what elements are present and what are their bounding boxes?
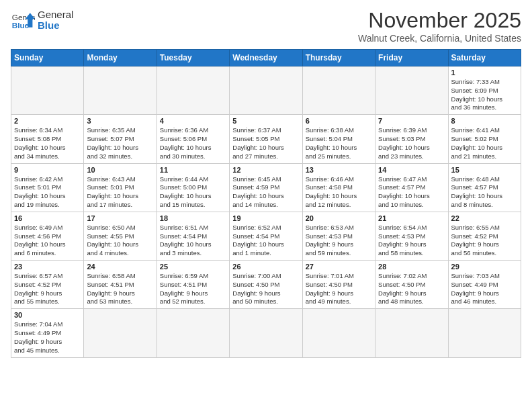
calendar-weekday-monday: Monday [84, 50, 157, 66]
day-number: 7 [378, 117, 445, 125]
calendar-day-cell: 14Sunrise: 6:47 AM Sunset: 4:57 PM Dayli… [375, 163, 448, 212]
calendar-day-cell: 4Sunrise: 6:36 AM Sunset: 5:06 PM Daylig… [157, 115, 229, 163]
day-number: 17 [87, 214, 153, 222]
day-info: Sunrise: 7:33 AM Sunset: 6:09 PM Dayligh… [451, 78, 518, 112]
day-number: 16 [14, 214, 81, 222]
logo-icon: General Blue [11, 8, 35, 32]
calendar-day-cell: 18Sunrise: 6:51 AM Sunset: 4:54 PM Dayli… [157, 212, 229, 260]
day-info: Sunrise: 6:45 AM Sunset: 4:59 PM Dayligh… [232, 175, 299, 210]
day-info: Sunrise: 6:49 AM Sunset: 4:56 PM Dayligh… [14, 224, 81, 258]
day-info: Sunrise: 7:04 AM Sunset: 4:49 PM Dayligh… [14, 320, 81, 355]
calendar-day-cell: 7Sunrise: 6:39 AM Sunset: 5:03 PM Daylig… [375, 115, 448, 163]
day-number: 19 [232, 214, 299, 222]
day-info: Sunrise: 7:00 AM Sunset: 4:50 PM Dayligh… [232, 272, 299, 306]
calendar-day-cell: 24Sunrise: 6:58 AM Sunset: 4:51 PM Dayli… [84, 261, 157, 309]
day-info: Sunrise: 7:02 AM Sunset: 4:50 PM Dayligh… [378, 272, 445, 306]
calendar-week-row: 2Sunrise: 6:34 AM Sunset: 5:08 PM Daylig… [11, 115, 521, 163]
calendar-day-cell: 28Sunrise: 7:02 AM Sunset: 4:50 PM Dayli… [375, 261, 448, 309]
calendar-day-cell: 10Sunrise: 6:43 AM Sunset: 5:01 PM Dayli… [84, 163, 157, 212]
day-number: 23 [14, 263, 81, 271]
day-number: 12 [232, 166, 299, 174]
day-info: Sunrise: 6:35 AM Sunset: 5:07 PM Dayligh… [87, 126, 153, 161]
day-info: Sunrise: 6:50 AM Sunset: 4:55 PM Dayligh… [87, 224, 153, 258]
calendar-day-cell: 11Sunrise: 6:44 AM Sunset: 5:00 PM Dayli… [157, 163, 229, 212]
calendar-day-cell: 8Sunrise: 6:41 AM Sunset: 5:02 PM Daylig… [448, 115, 521, 163]
calendar-day-cell [157, 309, 229, 357]
calendar-day-cell: 23Sunrise: 6:57 AM Sunset: 4:52 PM Dayli… [11, 261, 84, 309]
day-info: Sunrise: 6:41 AM Sunset: 5:02 PM Dayligh… [451, 126, 518, 161]
calendar-day-cell [84, 309, 157, 357]
calendar-weekday-friday: Friday [375, 50, 448, 66]
location-title: Walnut Creek, California, United States [358, 33, 521, 44]
day-number: 30 [14, 311, 81, 319]
header-area: General Blue General Blue November 2025 … [11, 8, 521, 44]
day-info: Sunrise: 6:47 AM Sunset: 4:57 PM Dayligh… [378, 175, 445, 210]
calendar-day-cell: 3Sunrise: 6:35 AM Sunset: 5:07 PM Daylig… [84, 115, 157, 163]
calendar-day-cell: 6Sunrise: 6:38 AM Sunset: 5:04 PM Daylig… [302, 115, 375, 163]
day-info: Sunrise: 6:52 AM Sunset: 4:54 PM Dayligh… [232, 224, 299, 258]
logo-wordmark: General Blue [38, 9, 73, 32]
day-info: Sunrise: 6:37 AM Sunset: 5:05 PM Dayligh… [232, 126, 299, 161]
day-number: 14 [378, 166, 445, 174]
calendar-day-cell [302, 309, 375, 357]
calendar-weekday-wednesday: Wednesday [230, 50, 302, 66]
calendar-day-cell: 15Sunrise: 6:48 AM Sunset: 4:57 PM Dayli… [448, 163, 521, 212]
day-number: 4 [160, 117, 226, 125]
page: General Blue General Blue November 2025 … [0, 0, 532, 411]
logo: General Blue General Blue [11, 8, 73, 32]
calendar-day-cell [11, 66, 84, 115]
day-info: Sunrise: 6:48 AM Sunset: 4:57 PM Dayligh… [451, 175, 518, 210]
day-number: 26 [232, 263, 299, 271]
day-info: Sunrise: 7:01 AM Sunset: 4:50 PM Dayligh… [306, 272, 372, 306]
title-area: November 2025 Walnut Creek, California, … [358, 8, 521, 44]
day-number: 18 [160, 214, 226, 222]
day-info: Sunrise: 6:55 AM Sunset: 4:52 PM Dayligh… [451, 224, 518, 258]
calendar-day-cell: 9Sunrise: 6:42 AM Sunset: 5:01 PM Daylig… [11, 163, 84, 212]
calendar-day-cell: 13Sunrise: 6:46 AM Sunset: 4:58 PM Dayli… [302, 163, 375, 212]
svg-text:Blue: Blue [12, 21, 30, 30]
calendar-day-cell: 30Sunrise: 7:04 AM Sunset: 4:49 PM Dayli… [11, 309, 84, 357]
calendar-day-cell: 19Sunrise: 6:52 AM Sunset: 4:54 PM Dayli… [230, 212, 302, 260]
day-number: 13 [306, 166, 372, 174]
calendar-day-cell: 1Sunrise: 7:33 AM Sunset: 6:09 PM Daylig… [448, 66, 521, 115]
calendar-day-cell: 5Sunrise: 6:37 AM Sunset: 5:05 PM Daylig… [230, 115, 302, 163]
day-info: Sunrise: 6:42 AM Sunset: 5:01 PM Dayligh… [14, 175, 81, 210]
day-number: 21 [378, 214, 445, 222]
calendar-week-row: 16Sunrise: 6:49 AM Sunset: 4:56 PM Dayli… [11, 212, 521, 260]
day-number: 22 [451, 214, 518, 222]
calendar-week-row: 30Sunrise: 7:04 AM Sunset: 4:49 PM Dayli… [11, 309, 521, 357]
day-info: Sunrise: 6:39 AM Sunset: 5:03 PM Dayligh… [378, 126, 445, 161]
day-number: 3 [87, 117, 153, 125]
day-number: 24 [87, 263, 153, 271]
calendar-day-cell [157, 66, 229, 115]
calendar-day-cell [302, 66, 375, 115]
day-number: 25 [160, 263, 226, 271]
day-number: 27 [306, 263, 372, 271]
day-number: 29 [451, 263, 518, 271]
day-info: Sunrise: 7:03 AM Sunset: 4:49 PM Dayligh… [451, 272, 518, 306]
calendar-day-cell: 22Sunrise: 6:55 AM Sunset: 4:52 PM Dayli… [448, 212, 521, 260]
calendar-day-cell [375, 309, 448, 357]
calendar-weekday-tuesday: Tuesday [157, 50, 229, 66]
calendar-day-cell [230, 66, 302, 115]
day-info: Sunrise: 6:46 AM Sunset: 4:58 PM Dayligh… [306, 175, 372, 210]
calendar-day-cell [375, 66, 448, 115]
calendar-day-cell: 27Sunrise: 7:01 AM Sunset: 4:50 PM Dayli… [302, 261, 375, 309]
day-number: 6 [306, 117, 372, 125]
calendar-day-cell: 16Sunrise: 6:49 AM Sunset: 4:56 PM Dayli… [11, 212, 84, 260]
day-info: Sunrise: 6:53 AM Sunset: 4:53 PM Dayligh… [306, 224, 372, 258]
day-info: Sunrise: 6:51 AM Sunset: 4:54 PM Dayligh… [160, 224, 226, 258]
calendar-day-cell: 25Sunrise: 6:59 AM Sunset: 4:51 PM Dayli… [157, 261, 229, 309]
calendar-day-cell: 21Sunrise: 6:54 AM Sunset: 4:53 PM Dayli… [375, 212, 448, 260]
day-info: Sunrise: 6:34 AM Sunset: 5:08 PM Dayligh… [14, 126, 81, 161]
calendar-day-cell: 2Sunrise: 6:34 AM Sunset: 5:08 PM Daylig… [11, 115, 84, 163]
day-info: Sunrise: 6:57 AM Sunset: 4:52 PM Dayligh… [14, 272, 81, 306]
day-info: Sunrise: 6:58 AM Sunset: 4:51 PM Dayligh… [87, 272, 153, 306]
calendar-day-cell: 12Sunrise: 6:45 AM Sunset: 4:59 PM Dayli… [230, 163, 302, 212]
calendar-weekday-sunday: Sunday [11, 50, 84, 66]
calendar-week-row: 1Sunrise: 7:33 AM Sunset: 6:09 PM Daylig… [11, 66, 521, 115]
day-number: 8 [451, 117, 518, 125]
calendar-weekday-saturday: Saturday [448, 50, 521, 66]
day-number: 10 [87, 166, 153, 174]
day-info: Sunrise: 6:38 AM Sunset: 5:04 PM Dayligh… [306, 126, 372, 161]
